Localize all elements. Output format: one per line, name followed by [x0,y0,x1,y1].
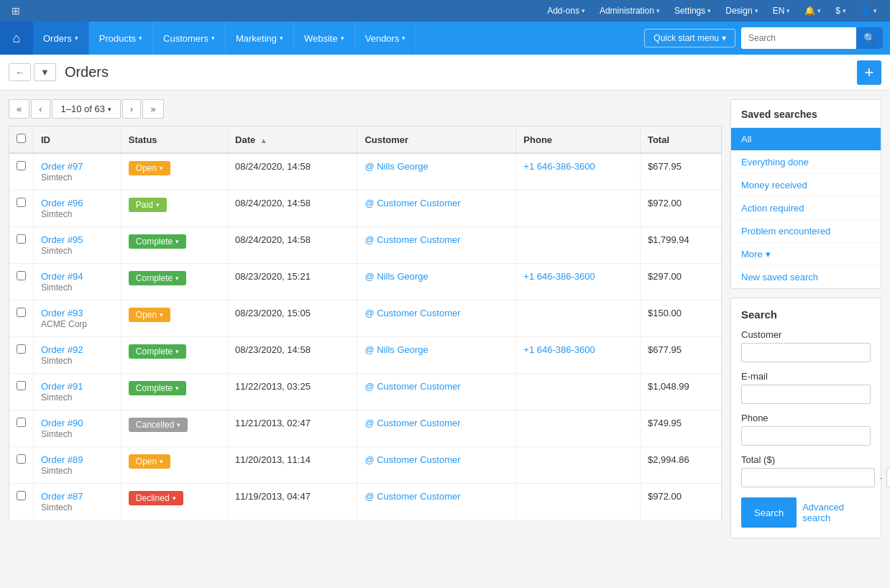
order-link-6[interactable]: Order #91 [41,381,83,392]
customer-link-8[interactable]: @ Customer Customer [364,454,460,465]
row-checkbox-1[interactable] [17,198,26,207]
first-page-button[interactable]: « [9,99,29,119]
email-input[interactable] [741,385,871,404]
nav-website[interactable]: Website ▾ [294,22,355,55]
order-link-4[interactable]: Order #93 [41,308,83,318]
search-submit-button[interactable]: Search [741,497,797,528]
total-label: Total ($) [741,454,871,465]
phone-link-0[interactable]: +1 646-386-3600 [523,161,595,172]
language-menu[interactable]: EN ▾ [767,4,797,18]
order-link-0[interactable]: Order #97 [41,161,83,172]
select-all-checkbox[interactable] [17,134,26,143]
status-badge-4[interactable]: Open ▾ [129,308,170,322]
total-to-input[interactable] [886,468,890,487]
nav-marketing[interactable]: Marketing ▾ [226,22,294,55]
phone-input[interactable] [741,426,871,446]
order-total-cell: $150.00 [640,300,721,337]
order-link-5[interactable]: Order #92 [41,344,83,355]
next-page-button[interactable]: › [122,99,141,119]
order-total-cell: $297.00 [640,264,721,300]
last-page-button[interactable]: » [142,99,163,119]
user-menu[interactable]: 👤 ▾ [855,4,883,18]
row-checkbox-8[interactable] [17,454,26,464]
home-button[interactable]: ⌂ [0,22,33,55]
order-total-cell: $2,994.86 [640,447,721,484]
date-column-header[interactable]: Date ▲ [228,127,357,154]
phone-link-5[interactable]: +1 646-386-3600 [523,344,595,355]
notifications-menu[interactable]: 🔔 ▾ [799,4,827,18]
status-badge-2[interactable]: Complete ▾ [129,234,186,249]
nav-vendors[interactable]: Vendors ▾ [355,22,417,55]
customer-link-0[interactable]: @ Nills George [364,161,428,172]
row-checkbox-cell [9,264,34,300]
row-checkbox-4[interactable] [17,308,26,317]
settings-menu[interactable]: Settings ▾ [669,4,717,18]
status-badge-9[interactable]: Declined ▾ [129,491,183,505]
saved-search-new[interactable]: New saved search [731,266,881,288]
administration-menu[interactable]: Administration ▾ [594,4,666,18]
more-options-button[interactable]: ▼ [34,63,56,81]
row-checkbox-5[interactable] [17,344,26,354]
advanced-search-link[interactable]: Advanced search [802,497,871,528]
order-total-value-2: $1,799.94 [648,234,689,245]
currency-menu[interactable]: $ ▾ [830,4,852,18]
saved-search-everything-done[interactable]: Everything done [731,151,881,174]
search-button[interactable]: 🔍 [856,27,883,49]
status-badge-8[interactable]: Open ▾ [129,454,170,469]
page-info[interactable]: 1–10 of 63 ▾ [52,99,121,119]
nav-orders[interactable]: Orders ▾ [33,22,89,55]
order-status-cell: Complete ▾ [121,374,227,410]
order-phone-cell [516,190,641,227]
customer-link-7[interactable]: @ Customer Customer [364,418,460,428]
status-badge-5[interactable]: Complete ▾ [129,344,186,359]
order-customer-cell: @ Customer Customer [357,410,516,447]
customer-link-4[interactable]: @ Customer Customer [364,308,460,318]
search-input[interactable] [741,30,856,46]
saved-search-all[interactable]: All [731,128,881,151]
row-checkbox-6[interactable] [17,381,26,390]
order-total-cell: $1,048.99 [640,374,721,410]
row-checkbox-7[interactable] [17,418,26,427]
status-badge-0[interactable]: Open ▾ [129,161,170,175]
status-badge-6[interactable]: Complete ▾ [129,381,186,395]
saved-search-money-received[interactable]: Money received [731,174,881,197]
add-order-button[interactable]: + [857,60,881,85]
saved-search-more[interactable]: More ▾ [731,243,881,266]
back-button[interactable]: ← [9,63,31,81]
order-total-cell: $677.95 [640,153,721,190]
status-badge-7[interactable]: Cancelled ▾ [129,418,188,432]
row-checkbox-0[interactable] [17,161,26,170]
row-checkbox-2[interactable] [17,234,26,244]
grid-icon[interactable]: ⊞ [7,4,24,18]
customer-link-9[interactable]: @ Customer Customer [364,491,460,502]
customer-link-5[interactable]: @ Nills George [364,344,428,355]
order-link-2[interactable]: Order #95 [41,234,83,245]
order-link-9[interactable]: Order #87 [41,491,83,502]
status-badge-3[interactable]: Complete ▾ [129,271,186,285]
total-from-input[interactable] [741,468,875,487]
order-link-1[interactable]: Order #96 [41,198,83,208]
search-actions: Search Advanced search [741,497,871,528]
customer-link-1[interactable]: @ Customer Customer [364,198,460,208]
design-menu[interactable]: Design ▾ [720,4,763,18]
addons-menu[interactable]: Add-ons ▾ [541,4,591,18]
customer-link-3[interactable]: @ Nills George [364,271,428,282]
status-badge-1[interactable]: Paid ▾ [129,198,167,212]
nav-customers[interactable]: Customers ▾ [153,22,226,55]
phone-link-3[interactable]: +1 646-386-3600 [523,271,595,282]
row-checkbox-9[interactable] [17,491,26,500]
order-link-7[interactable]: Order #90 [41,418,83,428]
order-link-8[interactable]: Order #89 [41,454,83,465]
customer-input[interactable] [741,343,871,362]
nav-products[interactable]: Products ▾ [89,22,153,55]
saved-search-action-required[interactable]: Action required [731,197,881,220]
quick-start-button[interactable]: Quick start menu ▾ [644,29,735,47]
row-checkbox-3[interactable] [17,271,26,280]
order-link-3[interactable]: Order #94 [41,271,83,282]
customer-link-2[interactable]: @ Customer Customer [364,234,460,245]
customer-link-6[interactable]: @ Customer Customer [364,381,460,392]
saved-search-problem-encountered[interactable]: Problem encountered [731,220,881,243]
prev-page-button[interactable]: ‹ [31,99,50,119]
order-company-2: Simtech [41,246,72,256]
order-total-value-8: $2,994.86 [648,454,689,465]
